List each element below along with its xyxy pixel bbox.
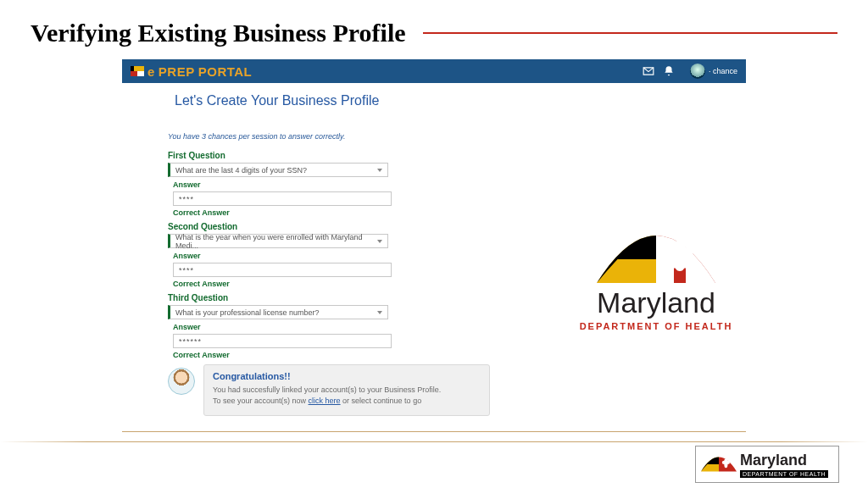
q2-answer-input[interactable]: **** — [173, 263, 392, 277]
maryland-flag-icon — [131, 66, 144, 76]
bell-icon[interactable] — [663, 65, 675, 77]
slide-title-row: Verifying Existing Business Profile — [0, 0, 868, 54]
q1-label: First Question — [168, 151, 700, 160]
q2-label: Second Question — [168, 222, 700, 231]
click-here-link[interactable]: click here — [309, 396, 341, 405]
mail-icon[interactable] — [643, 65, 654, 77]
user-avatar-icon[interactable] — [690, 64, 705, 79]
page-heading: Let's Create Your Business Profile — [175, 93, 700, 108]
assistant-avatar-icon — [168, 368, 195, 395]
congrats-row: Congratulations!! You had succesfully li… — [168, 364, 490, 416]
mdh-logo-footer: Maryland DEPARTMENT OF HEALTH — [695, 446, 839, 483]
maryland-flag-shield-icon — [597, 236, 715, 283]
q3-select[interactable]: What is your professional license number… — [168, 305, 388, 319]
congrats-card: Congratulations!! You had succesfully li… — [203, 364, 490, 416]
q1-select[interactable]: What are the last 4 digits of your SSN? — [168, 163, 388, 177]
slide-title: Verifying Existing Business Profile — [31, 19, 406, 47]
stage-bottom-rule — [122, 431, 746, 432]
maryland-flag-shield-icon — [701, 452, 737, 476]
user-name[interactable]: · chance — [709, 67, 737, 75]
q2-select[interactable]: What is the year when you were enrolled … — [168, 234, 388, 248]
mdh-word: Maryland — [554, 286, 758, 319]
mdh-sub: DEPARTMENT OF HEALTH — [554, 321, 758, 331]
footer-rule — [0, 441, 868, 442]
portal-logo: ePREP PORTAL — [147, 64, 252, 79]
footer-word: Maryland — [740, 452, 828, 469]
congrats-title: Congratulations!! — [213, 370, 481, 383]
attempts-hint: You have 3 chances per session to answer… — [168, 132, 700, 141]
q3-answer-input[interactable]: ****** — [173, 334, 392, 348]
mdh-logo-large: Maryland DEPARTMENT OF HEALTH — [554, 236, 758, 331]
congrats-line1: You had succesfully linked your account(… — [213, 385, 481, 396]
footer-sub: DEPARTMENT OF HEALTH — [740, 470, 828, 478]
q3-correct: Correct Answer — [173, 351, 700, 359]
q1-answer-label: Answer — [173, 180, 700, 189]
congrats-line2: To see your account(s) now click here or… — [213, 396, 481, 407]
title-rule — [423, 32, 837, 34]
portal-top-bar: ePREP PORTAL · chance — [122, 59, 746, 83]
q1-correct: Correct Answer — [173, 208, 700, 217]
q1-answer-input[interactable]: **** — [173, 191, 392, 206]
